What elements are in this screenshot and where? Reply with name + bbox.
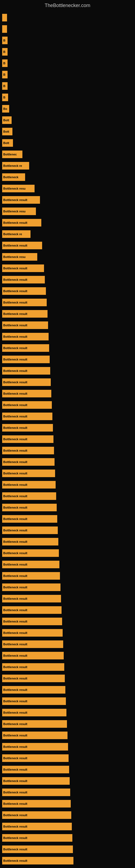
bar-row: Bottleneck result xyxy=(0,502,135,513)
bar-label: Bottleneck result xyxy=(3,540,27,543)
bar: Bottleneck result xyxy=(2,447,54,454)
bar: Bottleneck result xyxy=(2,299,47,306)
bar: Bottleneck result xyxy=(2,709,66,716)
bar: Bottleneck result xyxy=(2,527,58,534)
bar: Bottleneck result xyxy=(2,800,71,807)
bar: Bottleneck resu xyxy=(2,208,36,215)
bar: Bottleneck result xyxy=(2,834,72,842)
bar-label: Bottleneck result xyxy=(3,369,27,372)
bar-label: Bottleneck result xyxy=(3,495,27,498)
bar: Bottleneck result xyxy=(2,265,44,272)
bar: Bottleneck result xyxy=(2,754,69,762)
bar-row: Bottleneck result xyxy=(0,548,135,558)
bar-row: B xyxy=(0,35,135,45)
bar-label: Bottleneck result xyxy=(3,426,27,429)
bar: Bottleneck result xyxy=(2,344,49,352)
bar-row: Bott xyxy=(0,126,135,137)
bar-row xyxy=(0,12,135,23)
bar-row: Bottleneck result xyxy=(0,479,135,490)
bar-label: Bottleneck result xyxy=(3,506,27,509)
bar-row: Bottleneck result xyxy=(0,332,135,342)
bar: Bottleneck result xyxy=(2,276,45,283)
bar: Bottleneck re xyxy=(2,162,29,169)
bar-label: Bottleneck resu xyxy=(3,255,26,258)
bar-row: Bottleneck result xyxy=(0,605,135,615)
bar: Bottleneck result xyxy=(2,720,67,728)
bar-row: Bottleneck result xyxy=(0,685,135,695)
bar-row: Bottleneck result xyxy=(0,366,135,376)
bar xyxy=(2,14,7,22)
bar: Bottleneck result xyxy=(2,401,52,409)
bar: Bottleneck result xyxy=(2,219,41,226)
bar-row: Bottleneck result xyxy=(0,662,135,672)
bar-row: Bottleneck result xyxy=(0,423,135,433)
bar-label: B xyxy=(3,50,5,54)
bar-row: Bottleneck result xyxy=(0,275,135,285)
bar: B xyxy=(2,82,8,90)
bar-row: B xyxy=(0,46,135,57)
bar: Bottleneck result xyxy=(2,367,50,375)
bar-label: Bottleneck result xyxy=(3,289,27,293)
bar-row: Bottleneck result xyxy=(0,445,135,456)
bar-row: Bottleneck result xyxy=(0,764,135,775)
bar-row: Bottleneck result xyxy=(0,628,135,638)
bar-row: Bottleneck result xyxy=(0,525,135,535)
bar: Bottleneck resu xyxy=(2,253,37,261)
bar-row: Bottleneck result xyxy=(0,844,135,855)
bar-row: Bottleneck result xyxy=(0,571,135,581)
bar-label: Bottleneck result xyxy=(3,620,27,623)
site-title-text: TheBottlenecker.com xyxy=(0,0,135,10)
bar-row: Bo xyxy=(0,104,135,114)
bar-label: Bottleneck resu xyxy=(3,210,26,213)
bar-label: Bottleneck result xyxy=(3,631,27,634)
bar-label: Bottleneck result xyxy=(3,380,27,384)
bar-label: Bottleneck result xyxy=(3,848,27,851)
bar-label: Bottleneck result xyxy=(3,472,27,475)
bar-label: Bottleneck result xyxy=(3,756,27,760)
bar: Bottleneck result xyxy=(2,845,73,853)
bar-label: Bottleneck result xyxy=(3,346,27,350)
bar-row: Bottleneck result xyxy=(0,286,135,296)
bar: Bottleneck result xyxy=(2,321,48,329)
bar: Bottleneck result xyxy=(2,504,57,511)
bar-label: Bottleneck result xyxy=(3,825,27,828)
bar: Bottleneck result xyxy=(2,538,58,546)
bar-label: B xyxy=(3,73,5,76)
bar: B xyxy=(2,59,8,67)
bar-label: Bottleneck result xyxy=(3,768,27,771)
bar-label: Bottleneck re xyxy=(3,164,22,167)
bar-row: Bottleneck result xyxy=(0,457,135,467)
bar-row: Bottleneck result xyxy=(0,833,135,843)
bar-row: Bottleneck result xyxy=(0,195,135,205)
bar: Bottleneck result xyxy=(2,606,61,614)
bar-row: Bottleneck result xyxy=(0,468,135,478)
bar-row: Bottlenec xyxy=(0,149,135,159)
bar: Bo xyxy=(2,105,9,113)
bar-label: Bottleneck resu xyxy=(3,187,26,190)
bar xyxy=(2,25,7,33)
bar-label: Bottleneck result xyxy=(3,437,27,441)
bar-row: Bottleneck result xyxy=(0,582,135,592)
bar-label: Bottleneck result xyxy=(3,665,27,669)
bar: Bottleneck result xyxy=(2,469,55,477)
bar: Bottleneck resu xyxy=(2,185,35,192)
bar: Bottleneck result xyxy=(2,196,40,204)
bar: Bottleneck result xyxy=(2,743,68,750)
bar-label: Bottleneck result xyxy=(3,529,27,532)
bar-label: Bottleneck result xyxy=(3,722,27,725)
bar-label: Bottleneck result xyxy=(3,779,27,782)
bar: Bottleneck result xyxy=(2,823,72,830)
bar-label: Bottleneck result xyxy=(3,745,27,748)
bar: B xyxy=(2,37,8,44)
bar: Bottleneck result xyxy=(2,766,69,773)
bar-label: Bottleneck result xyxy=(3,392,27,395)
bar: Bottleneck result xyxy=(2,777,70,785)
bar: Bottleneck result xyxy=(2,698,66,705)
bar: Bottleneck re xyxy=(2,230,31,238)
bar-row: Bottleneck result xyxy=(0,730,135,741)
bar: Bottleneck result xyxy=(2,435,53,443)
bar: Bottleneck result xyxy=(2,595,61,602)
bar-row: Bottleneck result xyxy=(0,559,135,569)
bar-row: Bottleneck result xyxy=(0,593,135,604)
bar-row: B xyxy=(0,58,135,68)
